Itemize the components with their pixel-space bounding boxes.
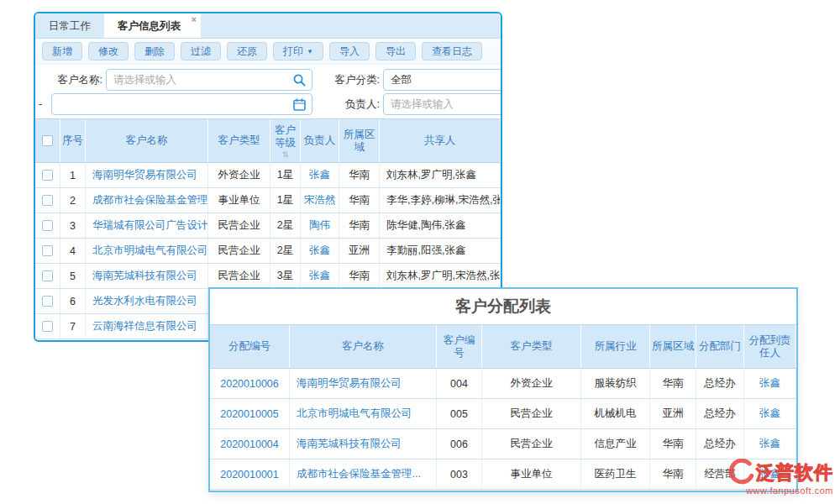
print-button[interactable]: 打印 ▼ — [273, 42, 323, 60]
tab-daily-work[interactable]: 日常工作 — [35, 13, 104, 38]
header-customer-level-label: 客户等级 — [272, 124, 298, 150]
customer-name-link[interactable]: 海南明华贸易有限公司 — [86, 163, 208, 187]
customer-no: 004 — [437, 369, 482, 398]
alloc-dept: 经营部 — [696, 459, 744, 489]
restore-button[interactable]: 还原 — [227, 42, 267, 60]
alloc-no-link[interactable]: 2020010006 — [210, 369, 290, 398]
row-type: 民营企业 — [208, 264, 270, 288]
export-button[interactable]: 导出 — [375, 42, 416, 60]
table-row[interactable]: 1 海南明华贸易有限公司 外资企业 1星 张鑫 华南 刘东林,罗广明,张鑫 — [35, 163, 501, 188]
row-checkbox[interactable] — [42, 296, 53, 307]
alloc-no-link[interactable]: 2020010004 — [210, 429, 290, 459]
row-checkbox[interactable] — [42, 270, 53, 281]
owner-link[interactable]: 宋浩然 — [301, 188, 339, 213]
tab-bar: 日常工作 客户信息列表 × — [35, 13, 501, 39]
customer-category-select[interactable]: 全部 — [383, 69, 502, 91]
customer-name-link[interactable]: 云南海祥信息有限公司 — [86, 314, 208, 339]
calendar-icon[interactable] — [292, 97, 307, 112]
row-region: 华南 — [339, 264, 380, 288]
tab-customer-info-list[interactable]: 客户信息列表 × — [104, 13, 201, 38]
allocation-row[interactable]: 2020010005 北京市明城电气有限公司 005 民营企业 机械机电 亚洲 … — [210, 399, 796, 429]
customer-type: 外资企业 — [482, 369, 581, 398]
assignee-link[interactable]: 张鑫 — [744, 429, 796, 459]
allocation-row[interactable]: 2020010004 海南芜城科技有限公司 006 民营企业 信息产业 华南 总… — [210, 429, 796, 459]
date-range-separator: - — [35, 93, 44, 115]
row-region: 华南 — [339, 188, 380, 213]
region: 亚洲 — [650, 399, 696, 428]
row-checkbox[interactable] — [42, 321, 53, 332]
header-customer-level[interactable]: 客户等级 ⇅ — [270, 119, 301, 162]
close-icon[interactable]: × — [192, 14, 197, 24]
allocation-row[interactable]: 2020010001 成都市社会保险基金管理... 003 事业单位 医药卫生 … — [210, 459, 796, 490]
filter-area: 客户名称: 客户分类: 全部 - 负责人: — [35, 65, 501, 118]
owner-link[interactable]: 张鑫 — [301, 264, 339, 288]
select-all-checkbox[interactable] — [42, 135, 53, 146]
row-shared: 陈华健,陶伟,张鑫 — [380, 213, 501, 238]
row-level: 1星 — [270, 163, 301, 187]
header-alloc-no: 分配编号 — [210, 325, 290, 368]
sort-icon[interactable]: ⇅ — [282, 151, 289, 158]
customer-name-input[interactable] — [107, 70, 312, 90]
owner-link[interactable]: 陶伟 — [301, 213, 339, 238]
row-seq: 3 — [60, 213, 86, 238]
delete-button[interactable]: 删除 — [134, 42, 175, 60]
row-checkbox[interactable] — [42, 220, 53, 231]
table-row[interactable]: 4 北京市明城电气有限公司 民营企业 2星 张鑫 亚洲 李勤丽,阳强,张鑫 — [35, 239, 501, 264]
customer-category-label: 客户分类: — [312, 69, 380, 91]
row-level: 2星 — [270, 213, 301, 238]
row-seq: 5 — [60, 264, 86, 288]
customer-name-link[interactable]: 北京市明城电气有限公司 — [86, 239, 208, 263]
chevron-down-icon: ▼ — [307, 48, 313, 55]
customer-name-link[interactable]: 海南明华贸易有限公司 — [290, 369, 437, 398]
row-seq: 2 — [60, 188, 86, 213]
assignee-link[interactable]: 张鑫 — [744, 369, 796, 398]
table-row[interactable]: 2 成都市社会保险基金管理... 事业单位 1星 宋浩然 华南 李华,李婷,柳琳… — [35, 188, 501, 213]
header-industry: 所属行业 — [581, 325, 650, 368]
row-level: 1星 — [270, 188, 301, 213]
header-customer-name: 客户名称 — [86, 119, 208, 162]
customer-name-link[interactable]: 光发水利水电有限公司 — [86, 289, 208, 313]
owner-input[interactable] — [384, 94, 502, 114]
assignee-link[interactable]: 张鑫 — [744, 399, 796, 428]
row-checkbox[interactable] — [42, 170, 53, 181]
alloc-no-link[interactable]: 2020010001 — [210, 459, 290, 489]
customer-name-link[interactable]: 北京市明城电气有限公司 — [290, 399, 437, 428]
header-seq: 序号 — [60, 119, 86, 162]
customer-name-link[interactable]: 华瑞城有限公司广告设计部 — [86, 213, 208, 238]
row-shared: 刘东林,罗广明,张鑫 — [380, 163, 501, 187]
row-level: 2星 — [270, 239, 301, 263]
customer-type: 事业单位 — [482, 459, 581, 489]
region: 华南 — [650, 459, 696, 489]
industry: 医药卫生 — [581, 459, 650, 489]
customer-name-link[interactable]: 海南芜城科技有限公司 — [86, 264, 208, 288]
view-log-button[interactable]: 查看日志 — [422, 42, 482, 60]
owner-link[interactable]: 张鑫 — [301, 163, 339, 187]
add-button[interactable]: 新增 — [42, 42, 82, 60]
alloc-dept: 总经办 — [696, 429, 744, 459]
row-checkbox[interactable] — [42, 195, 53, 206]
edit-button[interactable]: 修改 — [88, 42, 129, 60]
owner-link[interactable]: 张鑫 — [301, 239, 339, 263]
customer-name-link[interactable]: 海南芜城科技有限公司 — [290, 429, 437, 459]
select-all-checkbox-cell — [35, 119, 60, 162]
row-region: 华南 — [339, 163, 380, 187]
row-region: 亚洲 — [339, 239, 380, 263]
print-label: 打印 — [283, 45, 303, 59]
search-icon[interactable] — [292, 73, 307, 87]
table-row[interactable]: 5 海南芜城科技有限公司 民营企业 3星 张鑫 华南 刘东林,罗广明,宋浩然,张… — [35, 264, 501, 289]
customer-name-link[interactable]: 成都市社会保险基金管理... — [86, 188, 208, 213]
customer-name-input-wrap — [106, 69, 312, 91]
date-input[interactable] — [52, 94, 312, 114]
table-row[interactable]: 3 华瑞城有限公司广告设计部 民营企业 2星 陶伟 华南 陈华健,陶伟,张鑫 — [35, 213, 501, 239]
filter-button[interactable]: 过滤 — [181, 42, 221, 60]
alloc-dept: 总经办 — [696, 399, 744, 428]
import-button[interactable]: 导入 — [329, 42, 370, 60]
alloc-dept: 总经办 — [696, 369, 744, 398]
row-checkbox[interactable] — [42, 245, 53, 256]
customer-no: 005 — [437, 399, 482, 428]
customer-name-link[interactable]: 成都市社会保险基金管理... — [290, 459, 437, 489]
alloc-no-link[interactable]: 2020010005 — [210, 399, 290, 428]
allocation-row[interactable]: 2020010006 海南明华贸易有限公司 004 外资企业 服装纺织 华南 总… — [210, 369, 796, 399]
assignee-link[interactable]: 张鑫 — [744, 459, 796, 489]
owner-input-wrap — [383, 93, 502, 115]
